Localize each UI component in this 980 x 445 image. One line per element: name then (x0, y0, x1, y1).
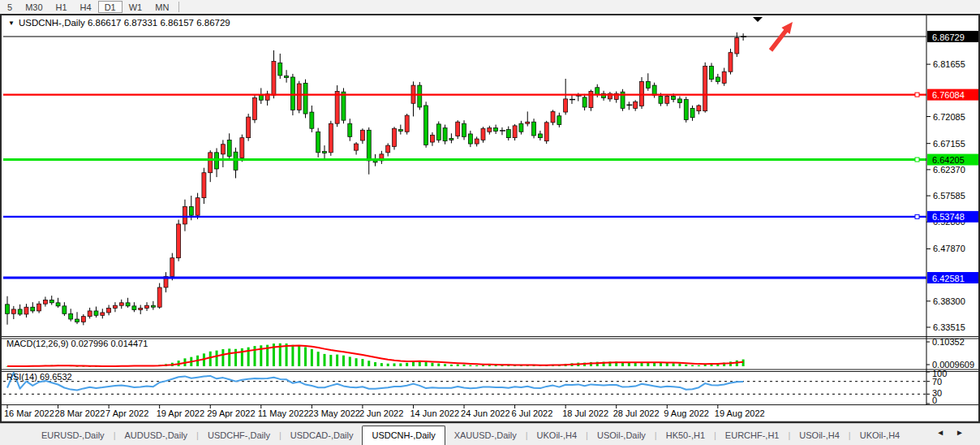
svg-text:6.53748: 6.53748 (932, 212, 965, 222)
date-axis: 16 Mar 202228 Mar 20227 Apr 202219 Apr 2… (4, 405, 765, 419)
svg-text:6.81655: 6.81655 (933, 59, 965, 69)
svg-text:2 Jun 2022: 2 Jun 2022 (359, 408, 403, 418)
timeframe-button-mn[interactable]: MN (148, 1, 175, 13)
timeframe-toolbar: 5M30H1H4D1W1MN (0, 0, 980, 14)
svg-text:7 Apr 2022: 7 Apr 2022 (105, 408, 148, 418)
timeframe-button-m30[interactable]: M30 (19, 1, 49, 13)
hline-handle[interactable] (915, 93, 919, 97)
tab-scroll-right-icon[interactable]: ► (956, 428, 975, 437)
timeframe-button-h1[interactable]: H1 (49, 1, 74, 13)
price-chart[interactable]: 6.816556.720856.671556.623706.575856.528… (2, 14, 978, 423)
svg-text:6.47870: 6.47870 (933, 244, 965, 253)
rsi-panel: 10070300 (3, 369, 947, 405)
chart-tab-usoil-daily[interactable]: USOil-,Daily (588, 427, 655, 445)
svg-text:23 May 2022: 23 May 2022 (308, 408, 360, 418)
svg-text:9 Aug 2022: 9 Aug 2022 (664, 408, 709, 418)
svg-text:0.10352: 0.10352 (932, 337, 965, 347)
chart-tab-usdcad-daily[interactable]: USDCAD-,Daily (282, 427, 363, 445)
svg-text:6.42581: 6.42581 (932, 274, 965, 283)
black-down-triangle-marker[interactable] (753, 17, 763, 22)
mt4-terminal: 5M30H1H4D1W1MN 6.816556.720856.671556.62… (0, 0, 980, 445)
svg-text:16 Mar 2022: 16 Mar 2022 (4, 408, 54, 418)
svg-text:14 Jun 2022: 14 Jun 2022 (410, 408, 459, 418)
chart-window: 6.816556.720856.671556.623706.575856.528… (0, 14, 980, 423)
svg-text:70: 70 (932, 377, 942, 387)
svg-text:19 Apr 2022: 19 Apr 2022 (157, 408, 204, 418)
chart-tab-hk50-h1[interactable]: HK50-,H1 (657, 427, 714, 445)
chart-objects (753, 17, 793, 52)
hline-handle[interactable] (915, 214, 919, 218)
toolbar-separator (178, 2, 179, 12)
timeframe-button-d1[interactable]: D1 (98, 1, 122, 13)
macd-panel: 0.103520.0009609 (6, 337, 975, 369)
chart-title: ▼USDCNH-,Daily 6.86617 6.87331 6.86157 6… (8, 18, 230, 28)
chart-tab-usoil-h4[interactable]: USOil-,H4 (790, 427, 849, 445)
svg-text:6.38300: 6.38300 (933, 296, 965, 306)
chart-tab-eurchf-h1[interactable]: EURCHF-,H1 (716, 427, 789, 445)
svg-text:6.72085: 6.72085 (933, 112, 965, 122)
svg-text:6.57585: 6.57585 (933, 191, 965, 201)
macd-indicator-label: MACD(12,26,9) 0.027996 0.014471 (6, 339, 148, 348)
timeframe-button-5[interactable]: 5 (1, 1, 19, 13)
horizontal-lines (3, 37, 926, 278)
svg-text:18 Jul 2022: 18 Jul 2022 (562, 408, 608, 418)
svg-text:6.33515: 6.33515 (933, 322, 965, 332)
svg-text:6.62370: 6.62370 (933, 165, 965, 175)
svg-text:19 Aug 2022: 19 Aug 2022 (715, 408, 765, 418)
chart-tab-usdchf-daily[interactable]: USDCHF-,Daily (199, 427, 279, 445)
svg-text:6.67155: 6.67155 (933, 139, 965, 149)
svg-text:11 May 2022: 11 May 2022 (258, 408, 309, 418)
rsi-indicator-label: RSI(14) 69.6532 (6, 372, 72, 382)
chart-tab-ukoil-h4[interactable]: UKOil-,H4 (851, 427, 909, 445)
chart-tab-ukoil-h4[interactable]: UKOil-,H4 (528, 427, 587, 445)
hline-handle[interactable] (915, 158, 919, 162)
svg-text:6.64205: 6.64205 (932, 155, 965, 165)
svg-text:24 Jun 2022: 24 Jun 2022 (461, 408, 510, 418)
svg-text:0: 0 (932, 395, 937, 405)
chart-tab-bar: EURUSD-,Daily|AUDUSD-,Daily|USDCHF-,Dail… (0, 423, 980, 445)
svg-text:28 Mar 2022: 28 Mar 2022 (55, 408, 105, 418)
chart-tab-eurusd-daily[interactable]: EURUSD-,Daily (32, 427, 114, 445)
chart-tab-usdcnh-daily[interactable]: USDCNH-,Daily (362, 426, 445, 445)
chart-ohlc: 6.86617 6.87331 6.86157 6.86729 (88, 18, 230, 28)
svg-text:29 Apr 2022: 29 Apr 2022 (207, 408, 255, 418)
svg-text:28 Jul 2022: 28 Jul 2022 (613, 408, 660, 418)
svg-text:6.86729: 6.86729 (932, 32, 965, 42)
chart-symbol-period: USDCNH-,Daily (19, 18, 85, 28)
chart-tab-audusd-daily[interactable]: AUDUSD-,Daily (115, 427, 196, 445)
tab-scroll-arrows: ◄► (936, 428, 975, 437)
chart-menu-icon[interactable]: ▼ (8, 19, 15, 27)
candlesticks (6, 32, 747, 326)
tab-scroll-left-icon[interactable]: ◄ (936, 428, 956, 437)
timeframe-button-w1[interactable]: W1 (122, 1, 149, 13)
svg-text:6 Jul 2022: 6 Jul 2022 (512, 408, 553, 418)
timeframe-button-h4[interactable]: H4 (74, 1, 98, 13)
panel-borders (2, 15, 978, 422)
svg-text:6.76084: 6.76084 (932, 90, 965, 100)
chart-tab-xauusd-daily[interactable]: XAUUSD-,Daily (445, 427, 526, 445)
